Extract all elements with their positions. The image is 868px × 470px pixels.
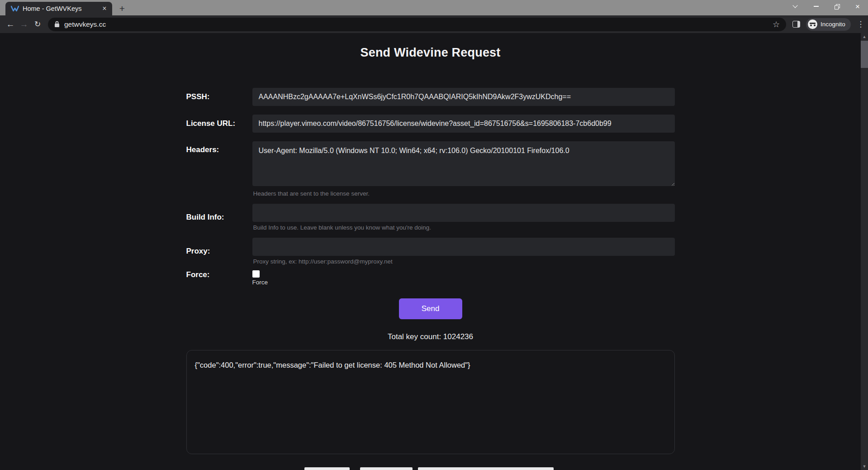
build-info-row: Build Info: Build Info to use. Leave bla…	[186, 204, 675, 231]
clipped-text-fragment	[418, 467, 554, 470]
page-content: Send Widevine Request PSSH: License URL:…	[0, 33, 868, 470]
proxy-input[interactable]	[252, 238, 675, 256]
send-button[interactable]: Send	[399, 298, 462, 319]
page-scrollbar[interactable]: ▲ ▼	[861, 33, 868, 470]
clipped-text-fragment	[304, 467, 350, 470]
license-url-row: License URL:	[186, 115, 675, 133]
build-info-label: Build Info:	[186, 213, 252, 222]
headers-label: Headers:	[186, 145, 252, 154]
headers-help-text: Headers that are sent to the license ser…	[253, 190, 675, 197]
window-controls: ×	[785, 0, 868, 13]
proxy-label: Proxy:	[186, 247, 252, 256]
license-url-input[interactable]	[252, 115, 675, 133]
incognito-label: Incognito	[821, 21, 845, 28]
window-restore-button[interactable]	[826, 0, 847, 13]
headers-textarea[interactable]: User-Agent: Mozilla/5.0 (Windows NT 10.0…	[252, 141, 675, 186]
site-favicon-icon	[11, 5, 19, 12]
proxy-row: Proxy: Proxy string, ex: http://user:pas…	[186, 238, 675, 265]
proxy-help-text: Proxy string, ex: http://user:password@m…	[253, 258, 675, 265]
reload-button[interactable]: ↻	[31, 18, 44, 31]
new-tab-button[interactable]: +	[117, 4, 128, 14]
build-info-help-text: Build Info to use. Leave blank unless yo…	[253, 224, 675, 231]
total-key-count: Total key count: 1024236	[186, 332, 675, 341]
window-close-button[interactable]: ×	[847, 0, 868, 13]
force-checkbox[interactable]	[252, 270, 260, 278]
address-bar[interactable]: getwvkeys.cc ☆	[48, 18, 786, 31]
side-panel-icon[interactable]	[792, 21, 800, 28]
back-button[interactable]: ←	[4, 18, 17, 31]
url-text[interactable]: getwvkeys.cc	[64, 20, 771, 29]
scrollbar-up-icon[interactable]: ▲	[861, 33, 868, 40]
scrollbar-thumb[interactable]	[861, 41, 868, 68]
headers-row: Headers: User-Agent: Mozilla/5.0 (Window…	[186, 141, 675, 197]
forward-button[interactable]: →	[17, 18, 31, 31]
build-info-input[interactable]	[252, 204, 675, 222]
browser-tab[interactable]: Home - GetWVKeys ×	[5, 2, 112, 15]
pssh-input[interactable]	[252, 88, 675, 106]
browser-menu-icon[interactable]: ⋮	[855, 19, 866, 29]
browser-toolbar: ← → ↻ getwvkeys.cc ☆ Incognito ⋮	[0, 15, 868, 33]
window-titlebar: Home - GetWVKeys × + ×	[0, 0, 868, 15]
response-output[interactable]: {"code":400,"error":true,"message":"Fail…	[186, 350, 675, 454]
force-label: Force:	[186, 270, 252, 279]
lock-icon	[54, 21, 60, 28]
window-menu-chevron-icon[interactable]	[785, 0, 806, 13]
clipped-bottom-heading	[0, 467, 868, 470]
widevine-request-form: PSSH: License URL: Headers: User-Agent: …	[186, 88, 675, 319]
pssh-label: PSSH:	[186, 92, 252, 101]
force-checkbox-label: Force	[252, 279, 675, 286]
incognito-badge: Incognito	[806, 18, 851, 31]
license-url-label: License URL:	[186, 119, 252, 128]
force-row: Force: Force	[186, 270, 675, 286]
bookmark-star-icon[interactable]: ☆	[771, 19, 782, 29]
tab-title: Home - GetWVKeys	[23, 5, 100, 12]
window-minimize-button[interactable]	[806, 0, 826, 13]
page-title: Send Widevine Request	[186, 46, 675, 60]
scrollbar-down-icon[interactable]: ▼	[861, 463, 868, 470]
pssh-row: PSSH:	[186, 88, 675, 106]
tab-close-icon[interactable]: ×	[100, 5, 109, 13]
incognito-icon	[808, 19, 817, 29]
clipped-text-fragment	[360, 467, 413, 470]
